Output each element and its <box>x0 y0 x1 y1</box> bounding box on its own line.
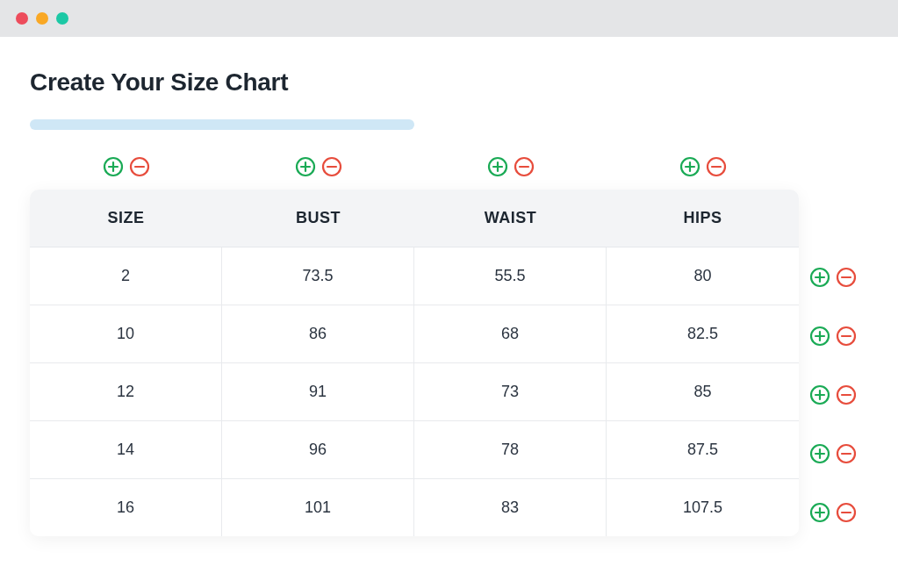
remove-column-button[interactable] <box>321 156 342 177</box>
plus-circle-icon <box>809 326 830 347</box>
table-cell[interactable]: 82.5 <box>607 305 799 363</box>
table-cell[interactable]: 107.5 <box>607 479 799 536</box>
row-controls-column <box>809 190 857 541</box>
window-minimize-dot[interactable] <box>36 12 48 25</box>
plus-circle-icon <box>679 156 700 177</box>
remove-column-button[interactable] <box>706 156 727 177</box>
column-header[interactable]: SIZE <box>30 190 222 247</box>
plus-circle-icon <box>809 384 830 405</box>
table-row: 10 86 68 82.5 <box>30 305 799 363</box>
table-cell[interactable]: 55.5 <box>414 247 607 305</box>
table-cell[interactable]: 2 <box>30 247 222 305</box>
table-cell[interactable]: 14 <box>30 421 222 479</box>
add-column-button[interactable] <box>679 156 700 177</box>
remove-column-button[interactable] <box>514 156 535 177</box>
plus-circle-icon <box>809 502 830 523</box>
window-maximize-dot[interactable] <box>56 12 68 25</box>
column-header[interactable]: WAIST <box>414 190 607 247</box>
table-cell[interactable]: 12 <box>30 363 222 421</box>
page-title: Create Your Size Chart <box>30 68 868 97</box>
table-cell[interactable]: 73.5 <box>222 247 414 305</box>
column-controls-row <box>30 156 868 177</box>
table-cell[interactable]: 83 <box>414 479 607 536</box>
add-column-button[interactable] <box>487 156 508 177</box>
table-cell[interactable]: 101 <box>222 479 414 536</box>
plus-circle-icon <box>487 156 508 177</box>
row-controls <box>809 483 857 541</box>
remove-row-button[interactable] <box>836 326 857 347</box>
table-cell[interactable]: 87.5 <box>607 421 799 479</box>
table-row: 16 101 83 107.5 <box>30 479 799 536</box>
row-controls <box>809 365 857 424</box>
minus-circle-icon <box>706 156 727 177</box>
minus-circle-icon <box>836 384 857 405</box>
plus-circle-icon <box>295 156 316 177</box>
remove-row-button[interactable] <box>836 502 857 523</box>
table-cell[interactable]: 73 <box>414 363 607 421</box>
table-header-row: SIZE BUST WAIST HIPS <box>30 190 799 247</box>
table-cell[interactable]: 10 <box>30 305 222 363</box>
plus-circle-icon <box>103 156 124 177</box>
row-controls <box>809 247 857 306</box>
size-chart-table: SIZE BUST WAIST HIPS 2 73.5 55.5 80 10 <box>30 190 799 536</box>
column-header[interactable]: BUST <box>222 190 414 247</box>
size-chart-editor: SIZE BUST WAIST HIPS 2 73.5 55.5 80 10 <box>30 156 868 536</box>
add-row-button[interactable] <box>809 326 830 347</box>
plus-circle-icon <box>809 267 830 288</box>
table-cell[interactable]: 91 <box>222 363 414 421</box>
table-cell[interactable]: 86 <box>222 305 414 363</box>
minus-circle-icon <box>514 156 535 177</box>
add-row-button[interactable] <box>809 443 830 464</box>
row-controls <box>809 306 857 365</box>
minus-circle-icon <box>836 267 857 288</box>
window-close-dot[interactable] <box>16 12 28 25</box>
table-cell[interactable]: 96 <box>222 421 414 479</box>
page-content: Create Your Size Chart <box>0 37 898 536</box>
minus-circle-icon <box>321 156 342 177</box>
column-header[interactable]: HIPS <box>607 190 799 247</box>
table-cell[interactable]: 16 <box>30 479 222 536</box>
row-controls <box>809 424 857 483</box>
table-container: SIZE BUST WAIST HIPS 2 73.5 55.5 80 10 <box>30 190 868 536</box>
minus-circle-icon <box>836 443 857 464</box>
table-row: 12 91 73 85 <box>30 363 799 421</box>
add-column-button[interactable] <box>295 156 316 177</box>
remove-row-button[interactable] <box>836 384 857 405</box>
minus-circle-icon <box>836 502 857 523</box>
add-column-button[interactable] <box>103 156 124 177</box>
remove-row-button[interactable] <box>836 267 857 288</box>
table-cell[interactable]: 78 <box>414 421 607 479</box>
progress-bar <box>30 119 414 130</box>
table-cell[interactable]: 80 <box>607 247 799 305</box>
minus-circle-icon <box>836 326 857 347</box>
add-row-button[interactable] <box>809 267 830 288</box>
table-cell[interactable]: 68 <box>414 305 607 363</box>
column-controls <box>414 156 607 177</box>
plus-circle-icon <box>809 443 830 464</box>
add-row-button[interactable] <box>809 384 830 405</box>
column-controls <box>222 156 414 177</box>
table-row: 14 96 78 87.5 <box>30 421 799 479</box>
minus-circle-icon <box>129 156 150 177</box>
table-cell[interactable]: 85 <box>607 363 799 421</box>
window-titlebar <box>0 0 898 37</box>
remove-row-button[interactable] <box>836 443 857 464</box>
table-row: 2 73.5 55.5 80 <box>30 247 799 305</box>
column-controls <box>607 156 799 177</box>
add-row-button[interactable] <box>809 502 830 523</box>
remove-column-button[interactable] <box>129 156 150 177</box>
column-controls <box>30 156 222 177</box>
